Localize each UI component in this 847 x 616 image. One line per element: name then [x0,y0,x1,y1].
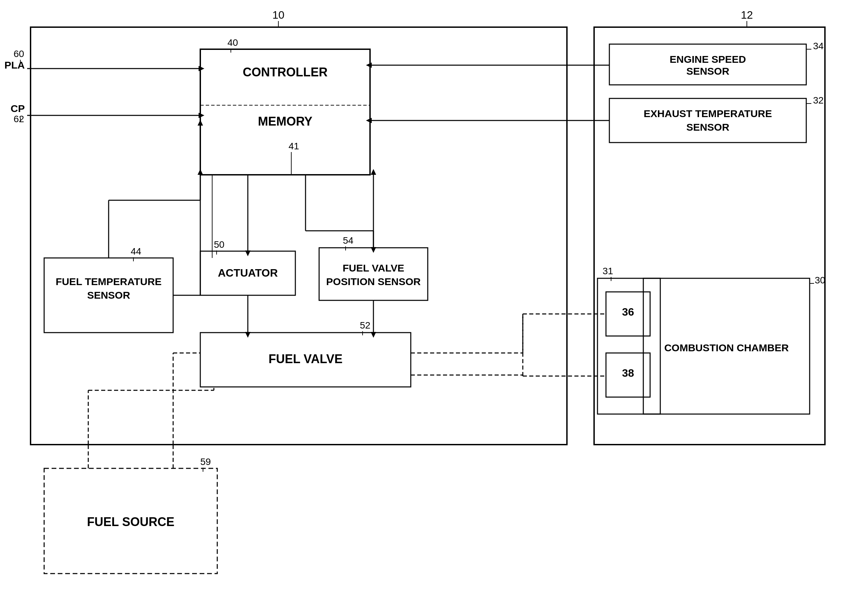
svg-text:MEMORY: MEMORY [258,114,313,128]
svg-text:FUEL VALVE: FUEL VALVE [342,262,404,274]
svg-text:FUEL TEMPERATURE: FUEL TEMPERATURE [56,276,162,287]
svg-text:52: 52 [360,320,370,330]
svg-text:36: 36 [622,306,634,318]
svg-text:12: 12 [741,9,753,21]
svg-text:60: 60 [13,49,24,59]
svg-text:32: 32 [813,95,823,106]
svg-text:SENSOR: SENSOR [87,289,130,301]
svg-text:62: 62 [13,114,24,124]
svg-text:30: 30 [815,275,825,286]
svg-text:34: 34 [813,41,823,51]
svg-text:EXHAUST TEMPERATURE: EXHAUST TEMPERATURE [643,108,772,119]
svg-text:FUEL VALVE: FUEL VALVE [269,352,342,366]
svg-text:44: 44 [131,246,141,256]
svg-text:40: 40 [227,37,238,48]
svg-text:10: 10 [272,9,285,21]
svg-text:31: 31 [603,266,613,276]
svg-text:SENSOR: SENSOR [686,121,729,133]
diagram-container: 10 12 CONTROLLER MEMORY 40 41 ENGINE SPE… [0,0,847,616]
svg-text:54: 54 [343,235,353,246]
svg-text:CP: CP [10,103,25,114]
svg-text:ENGINE SPEED: ENGINE SPEED [670,54,746,65]
svg-text:CONTROLLER: CONTROLLER [243,65,328,79]
svg-text:ACTUATOR: ACTUATOR [218,267,278,279]
svg-text:41: 41 [289,141,299,151]
svg-text:FUEL SOURCE: FUEL SOURCE [87,515,174,529]
svg-text:PLA: PLA [4,59,25,71]
svg-text:59: 59 [200,457,211,467]
svg-text:POSITION SENSOR: POSITION SENSOR [326,276,421,287]
svg-text:SENSOR: SENSOR [686,65,729,77]
svg-text:38: 38 [622,367,634,379]
svg-text:50: 50 [214,239,224,250]
svg-text:COMBUSTION CHAMBER: COMBUSTION CHAMBER [664,342,789,353]
